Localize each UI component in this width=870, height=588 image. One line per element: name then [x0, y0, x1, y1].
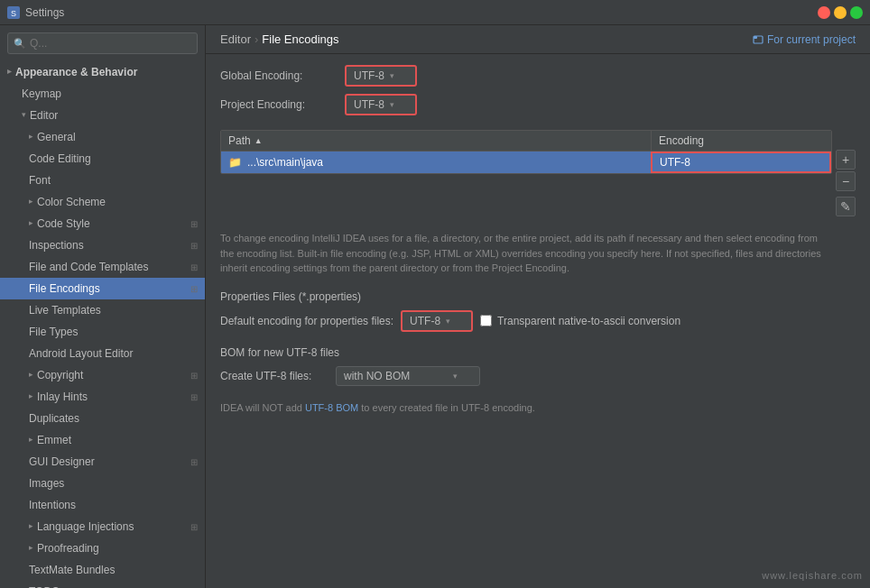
title-bar: S Settings [0, 0, 870, 25]
sidebar-item-color-scheme[interactable]: ▸ Color Scheme [0, 191, 205, 213]
sidebar-item-label: TODO [29, 583, 60, 588]
sidebar-item-label: Color Scheme [37, 194, 106, 210]
sidebar-item-copyright[interactable]: ▸ Copyright ⊞ [0, 364, 205, 386]
sidebar-item-keymap[interactable]: Keymap [0, 83, 205, 105]
sidebar-item-label: Editor [30, 107, 58, 124]
nav-badge: ⊞ [190, 282, 198, 296]
sidebar-item-label: Font [29, 172, 51, 188]
remove-encoding-button[interactable]: − [836, 171, 856, 191]
breadcrumb-parent: Editor [220, 32, 251, 46]
sidebar-item-todo[interactable]: TODO [0, 581, 205, 588]
table-row[interactable]: 📁 ...\src\main\java UTF-8 [221, 152, 831, 173]
sidebar-item-inspections[interactable]: Inspections ⊞ [0, 234, 205, 256]
expand-icon: ▸ [29, 369, 33, 381]
sidebar-item-label: Code Editing [29, 151, 91, 167]
search-box[interactable]: 🔍 [7, 32, 198, 54]
col-encoding: Encoding [651, 131, 831, 151]
sidebar-item-font[interactable]: Font [0, 170, 205, 191]
nav-badge: ⊞ [190, 390, 198, 404]
sidebar-item-textmate-bundles[interactable]: TextMate Bundles [0, 559, 205, 581]
sidebar-item-language-injections[interactable]: ▸ Language Injections ⊞ [0, 516, 205, 537]
breadcrumb: Editor › File Encodings [220, 32, 339, 46]
nav-badge: ⊞ [190, 239, 198, 253]
sidebar-item-inlay-hints[interactable]: ▸ Inlay Hints ⊞ [0, 386, 205, 408]
breadcrumb-current: File Encodings [262, 32, 338, 46]
bom-highlight: UTF-8 BOM [305, 402, 358, 413]
for-current-project-link[interactable]: For current project [753, 33, 856, 46]
nav-badge: ⊞ [190, 455, 198, 469]
project-encoding-label: Project Encoding: [220, 98, 338, 111]
table-cell-path: 📁 ...\src\main\java [221, 152, 651, 173]
dropdown-arrow: ▾ [446, 317, 450, 326]
minimize-button[interactable] [834, 6, 847, 19]
default-encoding-label: Default encoding for properties files: [220, 315, 393, 327]
search-input[interactable] [30, 37, 191, 50]
add-encoding-button[interactable]: + [836, 150, 856, 170]
close-button[interactable] [818, 6, 830, 19]
sidebar-item-label: File Types [29, 324, 78, 340]
sidebar-item-live-templates[interactable]: Live Templates [0, 299, 205, 321]
sidebar-item-file-code-templates[interactable]: File and Code Templates ⊞ [0, 256, 205, 278]
window-controls [818, 6, 863, 19]
sidebar-item-code-style[interactable]: ▸ Code Style ⊞ [0, 213, 205, 234]
window-title: Settings [25, 6, 818, 19]
transparent-native-ascii-checkbox[interactable] [480, 315, 492, 326]
sidebar-item-intentions[interactable]: Intentions [0, 494, 205, 516]
sidebar-item-appearance-behavior[interactable]: ▸ Appearance & Behavior [0, 61, 205, 83]
expand-icon: ▸ [29, 542, 33, 555]
table-side-buttons: + − ✎ [836, 150, 856, 216]
properties-encoding-row: Default encoding for properties files: U… [220, 310, 856, 332]
sidebar-item-general[interactable]: ▸ General [0, 126, 205, 148]
expand-icon: ▾ [22, 109, 26, 122]
bom-row: Create UTF-8 files: with NO BOM ▾ [220, 366, 856, 386]
create-utf8-dropdown[interactable]: with NO BOM ▾ [336, 366, 480, 386]
sidebar-item-file-types[interactable]: File Types [0, 321, 205, 343]
dropdown-arrow: ▾ [390, 100, 394, 109]
maximize-button[interactable] [850, 6, 863, 19]
expand-icon: ▸ [7, 66, 12, 78]
watermark: www.leqishare.com [762, 570, 863, 581]
bom-info-text: IDEA will NOT add UTF-8 BOM to every cre… [220, 400, 834, 416]
svg-text:S: S [11, 9, 16, 18]
path-value: ...\src\main\java [247, 156, 323, 169]
global-encoding-dropdown[interactable]: UTF-8 ▾ [345, 65, 417, 87]
properties-section-title: Properties Files (*.properties) [220, 290, 856, 303]
sidebar-item-emmet[interactable]: ▸ Emmet [0, 429, 205, 451]
sidebar-item-code-editing[interactable]: Code Editing [0, 148, 205, 170]
sidebar-item-label: Copyright [37, 367, 83, 383]
nav-badge: ⊞ [190, 369, 198, 382]
for-current-project-label: For current project [767, 33, 856, 46]
sidebar-item-android-layout-editor[interactable]: Android Layout Editor [0, 343, 205, 364]
sidebar-item-file-encodings[interactable]: File Encodings ⊞ [0, 278, 205, 299]
expand-icon: ▸ [29, 131, 33, 143]
sidebar-item-label: Appearance & Behavior [15, 64, 137, 80]
sidebar-item-label: Code Style [37, 216, 90, 232]
expand-icon: ▸ [29, 434, 33, 446]
sidebar-item-label: File Encodings [29, 280, 100, 297]
transparent-native-ascii-label[interactable]: Transparent native-to-ascii conversion [480, 315, 680, 327]
encoding-table: Path ▲ Encoding 📁 ...\src\main\java [220, 130, 832, 174]
sidebar-item-images[interactable]: Images [0, 473, 205, 494]
project-encoding-dropdown[interactable]: UTF-8 ▾ [345, 94, 417, 115]
global-encoding-value: UTF-8 [354, 69, 384, 82]
edit-encoding-button[interactable]: ✎ [836, 197, 856, 216]
sidebar-item-editor[interactable]: ▾ Editor [0, 105, 205, 126]
sidebar-item-duplicates[interactable]: Duplicates [0, 408, 205, 429]
encoding-value: UTF-8 [660, 156, 690, 169]
project-encoding-row: Project Encoding: UTF-8 ▾ [220, 94, 856, 115]
properties-encoding-dropdown[interactable]: UTF-8 ▾ [401, 310, 473, 332]
dropdown-arrow: ▾ [453, 372, 458, 381]
sidebar-item-label: Emmet [37, 432, 71, 448]
create-utf8-value: with NO BOM [344, 370, 410, 382]
sidebar-item-label: Images [29, 475, 64, 492]
sidebar-item-proofreading[interactable]: ▸ Proofreading [0, 537, 205, 559]
dropdown-arrow: ▾ [390, 71, 394, 80]
sidebar-item-label: Intentions [29, 497, 76, 513]
table-cell-encoding: UTF-8 [651, 152, 831, 173]
sidebar-item-label: Inspections [29, 237, 84, 253]
nav-badge: ⊞ [190, 217, 198, 231]
sidebar-item-gui-designer[interactable]: GUI Designer ⊞ [0, 451, 205, 473]
global-encoding-label: Global Encoding: [220, 69, 338, 82]
sidebar-item-label: Language Injections [37, 519, 134, 535]
sidebar-item-label: Proofreading [37, 540, 99, 556]
